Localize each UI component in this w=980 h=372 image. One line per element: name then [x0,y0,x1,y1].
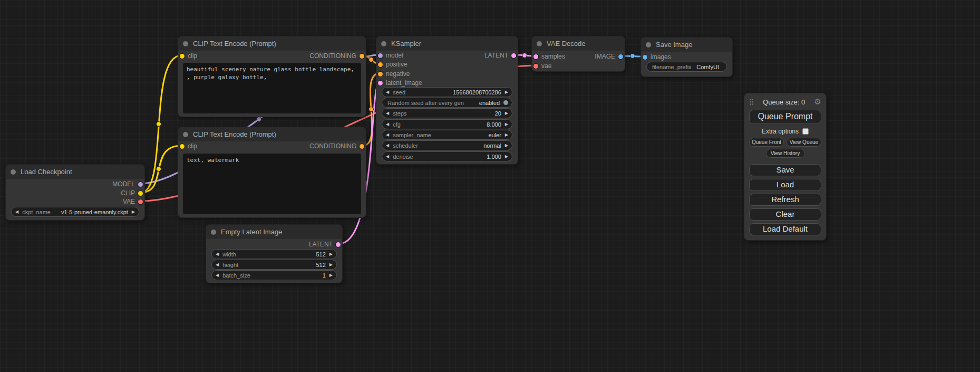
increment-arrow-icon[interactable]: ▶ [505,155,508,159]
sampler-name-widget[interactable]: ◀ sampler_name euler ▶ [382,130,512,140]
output-slot-vae[interactable]: VAE [123,198,143,205]
drag-handle-icon[interactable]: ⣿ [749,98,754,106]
collapse-dot-icon[interactable] [537,41,542,46]
model-slot-dot[interactable] [138,182,143,187]
conditioning-slot-dot[interactable] [360,144,364,149]
collapse-dot-icon[interactable] [183,132,188,137]
latent-slot-dot[interactable] [378,81,383,85]
input-slot-vae[interactable]: vae [533,62,551,70]
save-button[interactable]: Save [749,164,821,176]
node-title-bar[interactable]: VAE Decode [532,36,625,51]
input-slot-samples[interactable]: samples [533,53,565,60]
collapse-dot-icon[interactable] [211,230,216,235]
conditioning-slot-dot[interactable] [378,72,383,77]
increment-arrow-icon[interactable]: ▶ [329,273,333,278]
load-button[interactable]: Load [749,179,821,191]
image-slot-dot[interactable] [618,54,623,59]
node-title-bar[interactable]: Save Image [641,37,732,52]
node-load-checkpoint[interactable]: Load Checkpoint MODEL CLIP VAE ◀ ckpt_na… [5,164,145,221]
ckpt-name-widget[interactable]: ◀ ckpt_name v1-5-pruned-emaonly.ckpt ▶ [11,207,139,217]
decrement-arrow-icon[interactable]: ◀ [386,144,389,148]
output-slot-conditioning[interactable]: CONDITIONING [309,142,364,150]
steps-widget[interactable]: ◀ steps 20 ▶ [382,108,512,118]
node-vae-decode[interactable]: VAE Decode samples vae IMAGE [531,36,625,72]
node-empty-latent-image[interactable]: Empty Latent Image LATENT ◀ width 512 ▶ … [206,224,343,283]
increment-arrow-icon[interactable]: ▶ [505,90,508,94]
node-graph-canvas[interactable]: Load Checkpoint MODEL CLIP VAE ◀ ckpt_na… [0,0,980,372]
decrement-arrow-icon[interactable]: ◀ [216,273,219,278]
output-slot-model[interactable]: MODEL [112,180,143,188]
increment-arrow-icon[interactable]: ▶ [505,111,508,116]
clip-slot-dot[interactable] [180,54,185,59]
latent-slot-dot[interactable] [511,53,516,58]
decrement-arrow-icon[interactable]: ◀ [386,90,389,94]
decrement-arrow-icon[interactable]: ◀ [15,210,18,214]
node-title-bar[interactable]: KSampler [376,36,518,51]
decrement-arrow-icon[interactable]: ◀ [216,263,219,267]
clip-slot-dot[interactable] [138,191,143,196]
view-queue-button[interactable]: View Queue [787,138,821,147]
node-ksampler[interactable]: KSampler model positive negative latent_… [376,36,518,165]
positive-prompt-textarea[interactable]: beautiful scenery nature glass bottle la… [183,63,361,113]
negative-prompt-textarea[interactable]: text, watermark [183,154,361,214]
model-slot-dot[interactable] [378,53,383,58]
conditioning-slot-dot[interactable] [378,62,383,67]
extra-options-checkbox[interactable] [802,128,809,135]
queue-prompt-button[interactable]: Queue Prompt [749,110,821,124]
node-title-bar[interactable]: Empty Latent Image [206,225,342,239]
load-default-button[interactable]: Load Default [749,223,821,235]
collapse-dot-icon[interactable] [183,41,188,46]
latent-slot-dot[interactable] [533,54,538,59]
decrement-arrow-icon[interactable]: ◀ [386,133,389,137]
increment-arrow-icon[interactable]: ▶ [505,122,508,127]
height-widget[interactable]: ◀ height 512 ▶ [211,260,337,270]
input-slot-positive[interactable]: positive [378,61,407,68]
input-slot-clip[interactable]: clip [180,52,197,60]
increment-arrow-icon[interactable]: ▶ [329,263,333,267]
vae-slot-dot[interactable] [138,199,143,204]
conditioning-slot-dot[interactable] [360,54,364,59]
collapse-dot-icon[interactable] [11,169,16,175]
random-seed-toggle-widget[interactable]: Random seed after every gen enabled [382,98,512,108]
latent-slot-dot[interactable] [336,242,341,247]
node-clip-text-encode-positive[interactable]: CLIP Text Encode (Prompt) clip CONDITION… [178,36,366,117]
decrement-arrow-icon[interactable]: ◀ [216,252,219,256]
input-slot-images[interactable]: images [643,53,671,61]
node-title-bar[interactable]: CLIP Text Encode (Prompt) [178,36,366,51]
increment-arrow-icon[interactable]: ▶ [505,133,508,137]
output-slot-image[interactable]: IMAGE [595,53,623,60]
image-slot-dot[interactable] [643,55,647,60]
output-slot-clip[interactable]: CLIP [121,189,143,197]
cfg-widget[interactable]: ◀ cfg 8.000 ▶ [382,119,512,129]
seed-widget[interactable]: ◀ seed 156680208700286 ▶ [382,87,512,97]
filename-prefix-widget[interactable]: filename_prefix ComfyUI [646,62,727,72]
decrement-arrow-icon[interactable]: ◀ [386,122,389,127]
queue-front-button[interactable]: Queue Front [749,138,784,147]
denoise-widget[interactable]: ◀ denoise 1.000 ▶ [382,151,512,161]
node-clip-text-encode-negative[interactable]: CLIP Text Encode (Prompt) clip CONDITION… [178,127,366,218]
batch-size-widget[interactable]: ◀ batch_size 1 ▶ [211,270,337,280]
input-slot-model[interactable]: model [378,52,403,59]
increment-arrow-icon[interactable]: ▶ [329,252,333,256]
scheduler-widget[interactable]: ◀ scheduler normal ▶ [382,140,512,150]
vae-slot-dot[interactable] [533,64,538,69]
settings-gear-icon[interactable]: ⚙ [814,97,821,107]
output-slot-latent[interactable]: LATENT [484,52,516,59]
output-slot-conditioning[interactable]: CONDITIONING [309,52,364,60]
input-slot-negative[interactable]: negative [378,70,410,78]
increment-arrow-icon[interactable]: ▶ [132,210,135,214]
collapse-dot-icon[interactable] [646,42,651,47]
node-save-image[interactable]: Save Image images filename_prefix ComfyU… [641,37,733,77]
decrement-arrow-icon[interactable]: ◀ [386,155,389,159]
decrement-arrow-icon[interactable]: ◀ [386,111,389,116]
clear-button[interactable]: Clear [749,208,821,221]
refresh-button[interactable]: Refresh [749,194,821,206]
collapse-dot-icon[interactable] [381,41,386,46]
toggle-indicator-dot[interactable] [503,100,508,105]
node-title-bar[interactable]: Load Checkpoint [6,165,144,179]
increment-arrow-icon[interactable]: ▶ [505,144,508,148]
width-widget[interactable]: ◀ width 512 ▶ [211,249,337,259]
node-title-bar[interactable]: CLIP Text Encode (Prompt) [178,127,366,141]
clip-slot-dot[interactable] [180,144,185,149]
input-slot-clip[interactable]: clip [180,142,197,150]
